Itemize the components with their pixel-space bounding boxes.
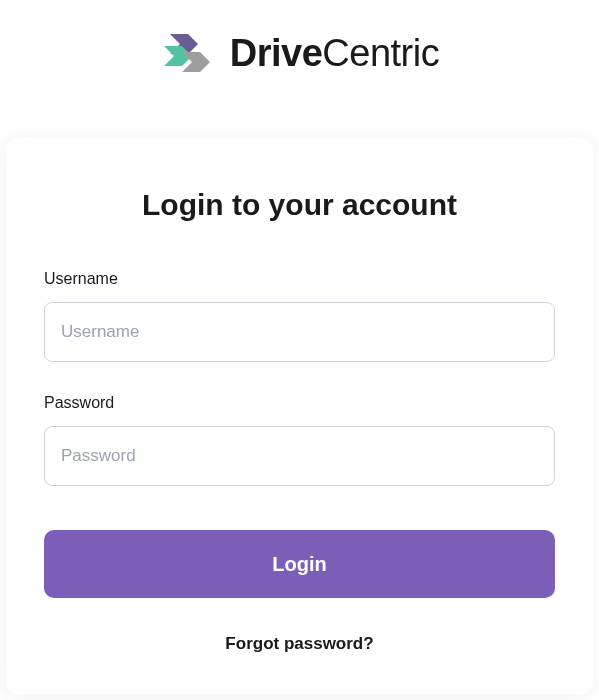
brand-name-light: Centric [322, 32, 439, 74]
brand-logo: DriveCentric [0, 0, 599, 138]
password-label: Password [44, 394, 555, 412]
forgot-password-link[interactable]: Forgot password? [44, 634, 555, 654]
brand-logo-icon [160, 28, 220, 78]
brand-name-bold: Drive [230, 32, 323, 74]
username-group: Username [44, 270, 555, 362]
login-card: Login to your account Username Password … [6, 138, 593, 694]
password-input[interactable] [44, 426, 555, 486]
login-button[interactable]: Login [44, 530, 555, 598]
brand-logo-text: DriveCentric [230, 32, 439, 75]
username-input[interactable] [44, 302, 555, 362]
login-title: Login to your account [44, 188, 555, 222]
username-label: Username [44, 270, 555, 288]
password-group: Password [44, 394, 555, 486]
